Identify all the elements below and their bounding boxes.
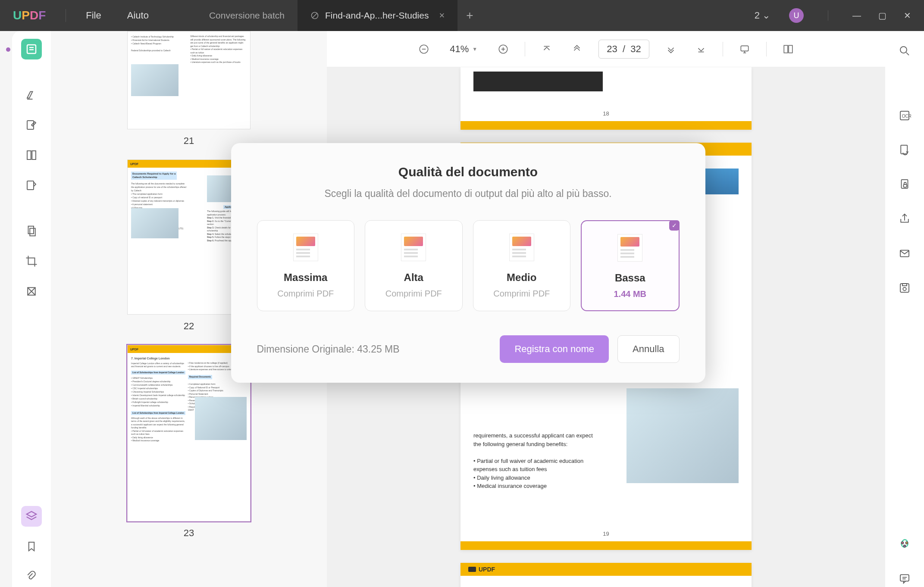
svg-line-26 (906, 53, 909, 55)
quality-info: 1.44 MB (586, 289, 674, 299)
svg-rect-10 (28, 226, 34, 234)
svg-point-36 (902, 542, 904, 544)
window-controls: 2 ⌄ U — ▢ ✕ (755, 8, 924, 23)
app-logo: UPDF (0, 9, 59, 22)
cursor-indicator (6, 47, 10, 52)
close-tab-icon[interactable]: × (439, 10, 445, 21)
svg-rect-11 (30, 228, 35, 236)
maximize-button[interactable]: ▢ (878, 10, 886, 21)
check-icon: ✓ (669, 220, 680, 231)
quality-name: Bassa (586, 272, 674, 284)
ocr-button[interactable]: OCR (896, 107, 913, 124)
pages-tool[interactable] (21, 221, 42, 241)
quality-thumb-icon (293, 234, 318, 261)
svg-point-38 (904, 545, 906, 547)
first-page-button[interactable] (538, 41, 555, 58)
share-button[interactable] (896, 210, 913, 228)
quality-name: Massima (262, 272, 350, 284)
svg-line-1 (313, 13, 317, 18)
new-tab-button[interactable]: + (457, 0, 482, 31)
right-toolbar: OCR (885, 31, 924, 587)
svg-rect-8 (32, 151, 36, 159)
quality-option-max[interactable]: Massima Comprimi PDF (257, 220, 355, 311)
svg-rect-23 (784, 45, 788, 53)
svg-text:OCR: OCR (902, 114, 911, 119)
zoom-in-button[interactable] (495, 41, 512, 58)
svg-rect-31 (904, 184, 907, 187)
document-quality-modal: Qualità del documento Scegli la qualità … (231, 143, 705, 383)
svg-rect-29 (901, 145, 907, 154)
comment-button[interactable] (896, 570, 913, 587)
quality-option-high[interactable]: Alta Comprimi PDF (365, 220, 463, 311)
form-tool[interactable] (21, 175, 42, 196)
prev-page-button[interactable] (568, 41, 586, 58)
page-current-input[interactable]: 23 (607, 44, 617, 54)
highlight-tool[interactable] (21, 84, 42, 105)
last-page-button[interactable] (692, 41, 710, 58)
page-total: 32 (630, 44, 641, 54)
svg-point-25 (900, 47, 907, 53)
svg-rect-7 (27, 151, 31, 159)
convert-button[interactable] (896, 141, 913, 159)
left-toolbar (12, 31, 51, 587)
original-size-label: Dimensione Originale: 43.25 MB (257, 343, 400, 355)
email-button[interactable] (896, 245, 913, 262)
tab-bar: Conversione batch Find-and-Ap...her-Stud… (196, 0, 482, 31)
quality-name: Alta (370, 272, 458, 284)
page-18: 18 (460, 67, 752, 130)
crop-tool[interactable] (21, 251, 42, 272)
view-mode-button[interactable] (780, 41, 797, 58)
next-page-button[interactable] (662, 41, 680, 58)
svg-rect-24 (789, 45, 792, 53)
quality-option-medium[interactable]: Medio Comprimi PDF (473, 220, 571, 311)
quality-info: Comprimi PDF (478, 289, 566, 299)
page-20: UPDF 8. University College of London (460, 563, 752, 587)
organize-tool[interactable] (21, 145, 42, 165)
svg-point-34 (903, 287, 906, 291)
quality-info: Comprimi PDF (370, 289, 458, 299)
window-count[interactable]: 2 ⌄ (755, 10, 770, 21)
tab-batch-conversion[interactable]: Conversione batch (196, 0, 298, 31)
svg-rect-32 (900, 250, 909, 257)
top-toolbar: 41%▼ 23 / 32 (327, 31, 885, 67)
close-window-button[interactable]: ✕ (904, 10, 911, 21)
search-button[interactable] (896, 42, 913, 59)
quality-thumb-icon (401, 234, 426, 261)
quality-thumb-icon (509, 234, 534, 261)
modal-subtitle: Scegli la qualità del documento di outpu… (257, 188, 680, 200)
svg-rect-20 (741, 46, 748, 51)
titlebar: UPDF File Aiuto Conversione batch Find-a… (0, 0, 924, 31)
page-indicator: 23 / 32 (598, 40, 649, 59)
quality-info: Comprimi PDF (262, 289, 350, 299)
document-disabled-icon (310, 11, 319, 20)
svg-rect-9 (27, 181, 34, 190)
presentation-button[interactable] (736, 41, 753, 58)
save-as-button[interactable]: Registra con nome (500, 335, 609, 363)
protect-button[interactable] (896, 176, 913, 193)
svg-rect-6 (27, 121, 34, 129)
bookmark-tool[interactable] (21, 536, 42, 557)
ai-button[interactable] (896, 535, 913, 553)
minimize-button[interactable]: — (852, 11, 861, 21)
layers-tool[interactable] (21, 506, 42, 527)
zoom-out-button[interactable] (415, 41, 432, 58)
modal-title: Qualità del documento (257, 165, 680, 179)
reader-tool[interactable] (21, 39, 42, 59)
save-button[interactable] (896, 279, 913, 297)
svg-point-37 (906, 542, 908, 544)
tab-label: Find-and-Ap...her-Studies (325, 10, 429, 21)
user-avatar[interactable]: U (789, 8, 804, 23)
quality-name: Medio (478, 272, 566, 284)
menu-help[interactable]: Aiuto (114, 10, 162, 21)
zoom-level[interactable]: 41%▼ (445, 44, 482, 55)
menu-file[interactable]: File (73, 10, 114, 21)
thumbnail[interactable]: • Caltech Institute of Technology Schola… (103, 31, 275, 147)
quality-thumb-icon (617, 234, 642, 262)
tab-document[interactable]: Find-and-Ap...her-Studies × (298, 0, 457, 31)
quality-option-low[interactable]: ✓ Bassa 1.44 MB (581, 220, 680, 311)
edit-tool[interactable] (21, 115, 42, 135)
svg-rect-39 (900, 575, 909, 581)
cancel-button[interactable]: Annulla (617, 335, 679, 363)
redact-tool[interactable] (21, 281, 42, 302)
attachment-tool[interactable] (21, 566, 42, 587)
